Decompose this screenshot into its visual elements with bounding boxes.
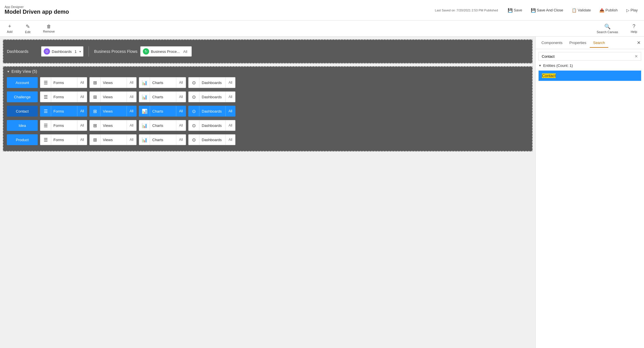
tab-properties[interactable]: Properties (566, 38, 590, 48)
entity-view-section: ▼ Entity View (5) Account☰FormsAll⊞Views… (3, 66, 533, 151)
charts-label: Charts (150, 81, 176, 85)
entity-rows: Account☰FormsAll⊞ViewsAll📊ChartsAll⊙Dash… (7, 77, 529, 145)
dashboards-pill-icon: ⊙ (44, 48, 50, 55)
forms-label: Forms (51, 95, 77, 99)
save-button[interactable]: 💾 Save (506, 7, 524, 14)
search-result-contact[interactable]: Contact (539, 71, 641, 81)
charts-icon: 📊 (139, 120, 150, 131)
dashboards-all: All (225, 92, 235, 102)
app-label: App Designer (5, 5, 69, 9)
component-forms-product[interactable]: ☰FormsAll (40, 134, 87, 145)
save-close-icon: 💾 (531, 8, 536, 13)
component-views-idea[interactable]: ⊞ViewsAll (89, 120, 137, 131)
bpf-icon: ↻ (143, 48, 149, 55)
play-button[interactable]: ▷ Play (625, 7, 639, 14)
views-label: Views (101, 109, 127, 113)
entity-row: Contact☰FormsAll⊞ViewsAll📊ChartsAll⊙Dash… (7, 106, 529, 117)
remove-icon: 🗑 (47, 24, 51, 29)
views-icon: ⊞ (90, 106, 101, 117)
component-views-product[interactable]: ⊞ViewsAll (89, 134, 137, 145)
views-label: Views (101, 123, 127, 128)
component-charts-challenge[interactable]: 📊ChartsAll (139, 91, 186, 102)
search-clear-icon[interactable]: ✕ (635, 54, 638, 59)
validate-button[interactable]: 📋 Validate (570, 7, 593, 14)
dashboards-label: Dashboards (199, 109, 225, 113)
entities-toggle-icon[interactable]: ▼ (539, 64, 541, 67)
entity-row: Product☰FormsAll⊞ViewsAll📊ChartsAll⊙Dash… (7, 134, 529, 145)
remove-button[interactable]: 🗑 Remove (41, 23, 57, 34)
component-dashboards-account[interactable]: ⊙DashboardsAll (188, 77, 235, 88)
entity-name-idea[interactable]: Idea (7, 120, 38, 131)
chevron-down-icon: ▾ (79, 50, 81, 53)
bpf-pill[interactable]: ↻ Business Proce... All (140, 46, 192, 57)
views-all: All (127, 92, 136, 102)
entity-row: Challenge☰FormsAll⊞ViewsAll📊ChartsAll⊙Da… (7, 91, 529, 102)
panel-content: ▼ Entities (Count: 1) Contact (536, 61, 644, 84)
component-views-account[interactable]: ⊞ViewsAll (89, 77, 137, 88)
tab-search[interactable]: Search (590, 38, 608, 48)
tab-components[interactable]: Components (538, 38, 566, 48)
component-charts-idea[interactable]: 📊ChartsAll (139, 120, 186, 131)
views-label: Views (101, 138, 127, 142)
charts-label: Charts (150, 95, 176, 99)
publish-button[interactable]: 📤 Publish (598, 7, 619, 14)
charts-all: All (176, 120, 186, 131)
component-forms-account[interactable]: ☰FormsAll (40, 77, 87, 88)
component-charts-account[interactable]: 📊ChartsAll (139, 77, 186, 88)
component-dashboards-product[interactable]: ⊙DashboardsAll (188, 134, 235, 145)
charts-icon: 📊 (139, 134, 150, 145)
component-views-challenge[interactable]: ⊞ViewsAll (89, 91, 137, 102)
component-forms-challenge[interactable]: ☰FormsAll (40, 91, 87, 102)
add-icon: + (8, 23, 11, 29)
forms-label: Forms (51, 109, 77, 113)
main-area: Dashboards ⊙ Dashboards 1 ▾ Business Pro… (0, 37, 644, 348)
save-icon: 💾 (508, 8, 513, 13)
search-canvas-button[interactable]: 🔍 Search Canvas (594, 22, 620, 35)
component-forms-contact[interactable]: ☰FormsAll (40, 106, 87, 117)
forms-all: All (77, 77, 87, 88)
component-forms-idea[interactable]: ☰FormsAll (40, 120, 87, 131)
dashboards-label: Dashboards (199, 95, 225, 99)
component-charts-product[interactable]: 📊ChartsAll (139, 134, 186, 145)
charts-all: All (176, 106, 186, 116)
forms-icon: ☰ (40, 134, 51, 145)
dashboards-pill[interactable]: ⊙ Dashboards 1 ▾ (41, 46, 83, 57)
component-dashboards-idea[interactable]: ⊙DashboardsAll (188, 120, 235, 131)
dashboards-section: Dashboards ⊙ Dashboards 1 ▾ Business Pro… (3, 39, 533, 63)
entity-view-header: ▼ Entity View (5) (7, 69, 529, 74)
search-canvas-icon: 🔍 (604, 23, 611, 30)
entities-count-header: ▼ Entities (Count: 1) (539, 63, 641, 68)
help-button[interactable]: ? Help (628, 22, 639, 35)
dashboards-all: All (225, 135, 235, 145)
dashboards-icon: ⊙ (189, 120, 199, 131)
entity-name-contact[interactable]: Contact (7, 106, 38, 117)
entity-toggle-icon[interactable]: ▼ (7, 70, 10, 73)
views-label: Views (101, 81, 127, 85)
edit-icon: ✎ (26, 23, 30, 30)
views-all: All (127, 77, 136, 88)
component-views-contact[interactable]: ⊞ViewsAll (89, 106, 137, 117)
component-dashboards-challenge[interactable]: ⊙DashboardsAll (188, 91, 235, 102)
canvas[interactable]: Dashboards ⊙ Dashboards 1 ▾ Business Pro… (0, 37, 535, 348)
entity-view-label: Entity View (5) (11, 69, 37, 74)
charts-all: All (176, 77, 186, 88)
component-dashboards-contact[interactable]: ⊙DashboardsAll (188, 106, 235, 117)
search-input[interactable] (542, 54, 633, 59)
entity-name-challenge[interactable]: Challenge (7, 91, 38, 102)
forms-icon: ☰ (40, 120, 51, 131)
save-and-close-button[interactable]: 💾 Save And Close (529, 7, 565, 14)
entity-row: Account☰FormsAll⊞ViewsAll📊ChartsAll⊙Dash… (7, 77, 529, 88)
dashboards-label: Dashboards (7, 49, 38, 54)
edit-button[interactable]: ✎ Edit (23, 22, 33, 35)
entity-name-account[interactable]: Account (7, 77, 38, 88)
entity-name-product[interactable]: Product (7, 134, 38, 145)
close-panel-button[interactable]: ✕ (636, 39, 642, 47)
add-button[interactable]: + Add (5, 22, 15, 35)
top-actions: Last Saved on :7/20/2021 2:53 PM Publish… (435, 7, 639, 14)
search-area: ✕ (536, 49, 644, 61)
forms-icon: ☰ (40, 106, 51, 117)
views-icon: ⊞ (90, 120, 101, 131)
charts-all: All (176, 92, 186, 102)
component-charts-contact[interactable]: 📊ChartsAll (139, 106, 186, 117)
bpf-label: Business Process Flows (94, 49, 137, 54)
